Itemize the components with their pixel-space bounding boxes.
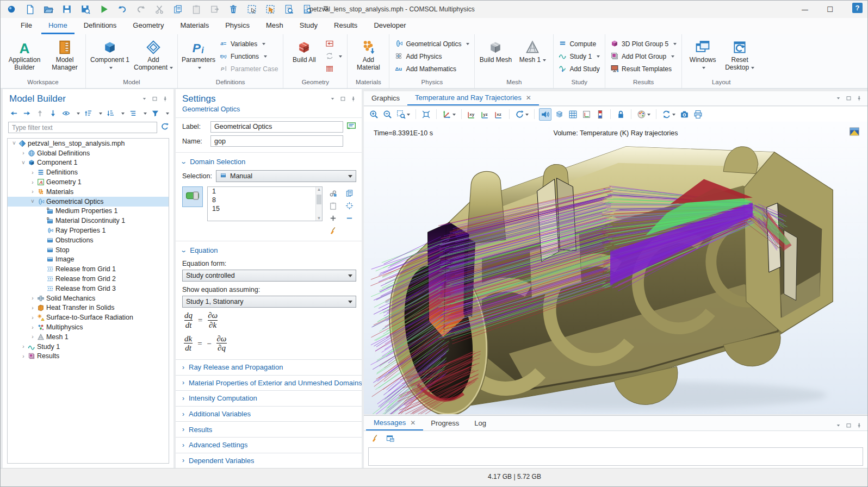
select-box-button[interactable] [246,4,257,15]
section-advanced-settings[interactable]: ›Advanced Settings [176,437,362,453]
plot-group-button[interactable]: 3D Plot Group 5 [609,39,678,49]
plot-thumbnail-icon[interactable] [849,126,860,139]
view-xz-button[interactable]: xz [493,109,505,120]
menu-tab-materials[interactable]: Materials [173,18,216,34]
printer-button[interactable] [692,109,704,120]
section-results[interactable]: ›Results [176,421,362,437]
panel-menu-icon[interactable] [141,94,147,104]
paste-selection-button[interactable] [327,200,339,211]
virtual-operations-button[interactable] [324,64,344,74]
tree-item-geometry-1[interactable]: ›AGeometry 1 [8,177,169,187]
copy-selection-button[interactable] [343,188,355,199]
reset-desktop-button[interactable]: Reset Desktop [722,36,757,71]
close-tab-icon[interactable]: ✕ [526,94,531,102]
close-tab-icon[interactable]: ✕ [410,419,416,427]
tree-item-release-from-grid-3[interactable]: Release from Grid 3 [8,284,169,294]
expander-icon[interactable]: ˅ [11,140,17,146]
tree-item-definitions[interactable]: ›Definitions [8,167,169,177]
expander-icon[interactable]: › [29,305,36,311]
sort-desc-button[interactable] [106,108,115,118]
tree-item-ray-properties-1[interactable]: Ray Properties 1 [8,226,169,235]
sync-button[interactable] [661,109,677,120]
tree-item-image[interactable]: Image [8,255,169,265]
pin-panel-icon[interactable] [856,93,862,103]
minimize-button[interactable]: — [792,1,817,18]
section-intensity-computation[interactable]: ›Intensity Computation [176,390,362,406]
expander-icon[interactable]: › [29,315,36,321]
selection-entity[interactable]: 8 [208,196,322,204]
zoom-in-button[interactable] [368,109,380,120]
arrow-down-button[interactable] [48,108,58,118]
compute-button[interactable]: Compute [557,39,602,49]
panel-menu-icon[interactable] [330,94,336,104]
axes-triad-button[interactable] [441,109,457,120]
deselect-box-button[interactable] [265,4,276,15]
palette-button[interactable] [636,109,652,120]
import-geometry-button[interactable] [324,39,344,49]
label-field[interactable] [210,121,343,133]
mesh-1-button[interactable]: Mesh 1 [515,36,550,64]
pin-panel-icon[interactable] [350,94,356,104]
add-material-button[interactable]: Add Material [351,36,386,71]
float-panel-icon[interactable] [152,94,158,104]
menu-tab-developer[interactable]: Developer [367,18,413,34]
lock-button[interactable] [615,109,627,120]
expander-icon[interactable]: › [29,324,36,330]
tree-item-mesh-1[interactable]: ›Mesh 1 [8,332,169,342]
eye-button[interactable] [61,108,71,118]
app-logo-button[interactable] [6,4,17,15]
tree-item-materials[interactable]: ›Materials [8,187,169,197]
graphics-canvas[interactable]: Time=8.3391E-10 s Volume: Temperature (K… [364,122,867,414]
add-component-button[interactable]: Add Component [133,36,174,71]
rebuild-button[interactable] [324,51,344,62]
add-plot-group-button[interactable]: Add Plot Group [609,51,678,62]
tree-item-material-discontinuity-1[interactable]: DMaterial Discontinuity 1 [8,216,169,226]
float-panel-icon[interactable] [846,93,852,103]
section-material-properties-of-exterior-and-unmeshed-domains[interactable]: ›Material Properties of Exterior and Unm… [176,375,362,391]
panel-menu-icon[interactable] [835,421,841,430]
list-tree-button[interactable] [128,108,138,118]
camera-button[interactable] [679,109,690,120]
view-yz-button[interactable]: yz [480,109,491,120]
selection-entity-list[interactable]: ▲▼ 1815 [207,186,323,221]
section-additional-variables[interactable]: ›Additional Variables [176,406,362,422]
messages-content[interactable] [368,447,863,466]
graphics-tab-graphics[interactable]: Graphics [364,91,407,105]
component-1-button[interactable]: Component 1 [89,36,131,71]
redo-button[interactable] [135,4,146,15]
active-selection-toggle[interactable] [182,186,203,207]
delete-button[interactable] [228,4,239,15]
menu-tab-results[interactable]: Results [327,18,364,34]
pin-panel-icon[interactable] [856,421,862,430]
study-1-button[interactable]: Study 1 [557,51,602,62]
refresh-icon[interactable] [160,122,169,133]
expander-icon[interactable]: ˅ [20,160,27,166]
expander-icon[interactable]: › [29,170,36,176]
pin-panel-icon[interactable] [162,94,168,104]
expander-icon[interactable]: › [29,334,36,340]
menu-tab-definitions[interactable]: Definitions [77,18,124,34]
section-ray-release-and-propagation[interactable]: ›Ray Release and Propagation [176,359,362,375]
application-builder-button[interactable]: A Application Builder [4,36,45,71]
selection-entity[interactable]: 1 [208,187,322,196]
rotate-button[interactable] [514,109,530,120]
parameters-button[interactable]: Pi Parameters [181,36,216,71]
messages-tab-progress[interactable]: Progress [423,416,467,430]
find-button[interactable] [283,4,294,15]
float-panel-icon[interactable] [846,421,852,430]
menu-tab-file[interactable]: File [14,18,39,34]
add-study-button[interactable]: Add Study [557,64,602,74]
model-manager-button[interactable]: Model Manager [47,36,82,71]
add-physics-button[interactable]: Add Physics [393,51,471,62]
expander-icon[interactable]: › [20,344,27,349]
scene-light-button[interactable] [539,108,551,121]
cut-button[interactable] [154,4,165,15]
tree-item-medium-properties-1[interactable]: DMedium Properties 1 [8,207,169,216]
add-selection-button[interactable] [327,213,339,224]
expander-icon[interactable]: › [20,353,27,359]
expander-icon[interactable]: › [29,179,36,185]
expander-icon[interactable]: › [29,295,36,301]
menu-tab-study[interactable]: Study [293,18,325,34]
result-templates-button[interactable]: Result Templates [609,64,678,74]
menu-tab-home[interactable]: Home [41,18,75,34]
